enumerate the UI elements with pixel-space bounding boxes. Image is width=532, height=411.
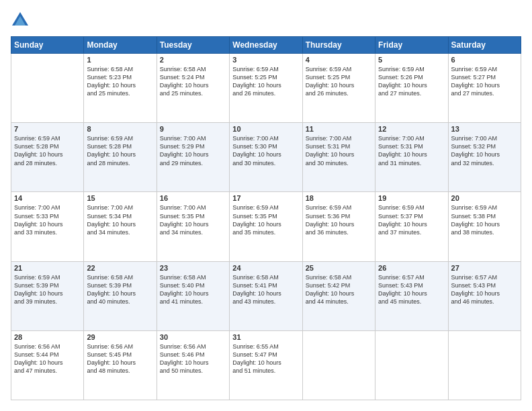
cell-info: Sunrise: 6:59 AM Sunset: 5:25 PM Dayligh… bbox=[306, 65, 372, 98]
cell-info: Sunrise: 7:00 AM Sunset: 5:31 PM Dayligh… bbox=[306, 134, 372, 167]
day-number: 26 bbox=[378, 264, 445, 272]
calendar-cell: 9Sunrise: 7:00 AM Sunset: 5:29 PM Daylig… bbox=[157, 123, 229, 192]
cell-info: Sunrise: 7:00 AM Sunset: 5:29 PM Dayligh… bbox=[160, 134, 226, 167]
cell-info: Sunrise: 6:58 AM Sunset: 5:41 PM Dayligh… bbox=[232, 273, 299, 306]
day-number: 19 bbox=[378, 194, 445, 202]
calendar-header-row: SundayMondayTuesdayWednesdayThursdayFrid… bbox=[11, 37, 521, 54]
col-header-friday: Friday bbox=[375, 37, 448, 54]
calendar-cell bbox=[11, 54, 84, 123]
day-number: 9 bbox=[160, 125, 226, 133]
day-number: 20 bbox=[451, 194, 518, 202]
cell-info: Sunrise: 6:56 AM Sunset: 5:44 PM Dayligh… bbox=[14, 342, 81, 375]
cell-info: Sunrise: 6:59 AM Sunset: 5:39 PM Dayligh… bbox=[14, 273, 81, 306]
day-number: 7 bbox=[14, 125, 81, 133]
day-number: 15 bbox=[87, 194, 153, 202]
cell-info: Sunrise: 6:59 AM Sunset: 5:38 PM Dayligh… bbox=[451, 203, 518, 236]
calendar-cell bbox=[302, 330, 375, 400]
calendar-cell: 27Sunrise: 6:57 AM Sunset: 5:43 PM Dayli… bbox=[448, 261, 521, 330]
cell-info: Sunrise: 6:59 AM Sunset: 5:36 PM Dayligh… bbox=[306, 203, 372, 236]
day-number: 11 bbox=[306, 125, 372, 133]
calendar-cell: 15Sunrise: 7:00 AM Sunset: 5:34 PM Dayli… bbox=[84, 192, 157, 261]
calendar-week-1: 1Sunrise: 6:58 AM Sunset: 5:23 PM Daylig… bbox=[11, 54, 521, 123]
day-number: 2 bbox=[160, 56, 226, 64]
cell-info: Sunrise: 6:56 AM Sunset: 5:45 PM Dayligh… bbox=[87, 342, 153, 375]
calendar-cell: 30Sunrise: 6:56 AM Sunset: 5:46 PM Dayli… bbox=[157, 330, 229, 400]
cell-info: Sunrise: 6:59 AM Sunset: 5:28 PM Dayligh… bbox=[87, 134, 153, 167]
calendar-cell: 25Sunrise: 6:58 AM Sunset: 5:42 PM Dayli… bbox=[302, 261, 375, 330]
calendar-cell: 29Sunrise: 6:56 AM Sunset: 5:45 PM Dayli… bbox=[84, 330, 157, 400]
day-number: 6 bbox=[451, 56, 518, 64]
day-number: 27 bbox=[451, 264, 518, 272]
calendar-cell: 1Sunrise: 6:58 AM Sunset: 5:23 PM Daylig… bbox=[84, 54, 157, 123]
page: SundayMondayTuesdayWednesdayThursdayFrid… bbox=[0, 0, 532, 411]
day-number: 8 bbox=[87, 125, 153, 133]
calendar-cell: 23Sunrise: 6:58 AM Sunset: 5:40 PM Dayli… bbox=[157, 261, 229, 330]
day-number: 24 bbox=[232, 264, 299, 272]
col-header-sunday: Sunday bbox=[11, 37, 84, 54]
cell-info: Sunrise: 6:55 AM Sunset: 5:47 PM Dayligh… bbox=[232, 342, 299, 375]
calendar-cell: 21Sunrise: 6:59 AM Sunset: 5:39 PM Dayli… bbox=[11, 261, 84, 330]
calendar-cell: 10Sunrise: 7:00 AM Sunset: 5:30 PM Dayli… bbox=[230, 123, 302, 192]
day-number: 21 bbox=[14, 264, 81, 272]
calendar-cell: 14Sunrise: 7:00 AM Sunset: 5:33 PM Dayli… bbox=[11, 192, 84, 261]
cell-info: Sunrise: 6:58 AM Sunset: 5:23 PM Dayligh… bbox=[87, 65, 153, 98]
calendar-cell: 26Sunrise: 6:57 AM Sunset: 5:43 PM Dayli… bbox=[375, 261, 448, 330]
day-number: 23 bbox=[160, 264, 226, 272]
day-number: 17 bbox=[232, 194, 299, 202]
day-number: 5 bbox=[378, 56, 445, 64]
calendar-cell: 17Sunrise: 6:59 AM Sunset: 5:35 PM Dayli… bbox=[230, 192, 302, 261]
calendar-cell: 12Sunrise: 7:00 AM Sunset: 5:31 PM Dayli… bbox=[375, 123, 448, 192]
calendar-cell: 19Sunrise: 6:59 AM Sunset: 5:37 PM Dayli… bbox=[375, 192, 448, 261]
cell-info: Sunrise: 6:58 AM Sunset: 5:40 PM Dayligh… bbox=[160, 273, 226, 306]
day-number: 25 bbox=[306, 264, 372, 272]
cell-info: Sunrise: 6:58 AM Sunset: 5:42 PM Dayligh… bbox=[306, 273, 372, 306]
col-header-tuesday: Tuesday bbox=[157, 37, 229, 54]
day-number: 16 bbox=[160, 194, 226, 202]
day-number: 29 bbox=[87, 333, 153, 341]
day-number: 18 bbox=[306, 194, 372, 202]
day-number: 13 bbox=[451, 125, 518, 133]
calendar-cell: 28Sunrise: 6:56 AM Sunset: 5:44 PM Dayli… bbox=[11, 330, 84, 400]
col-header-thursday: Thursday bbox=[302, 37, 375, 54]
calendar-week-5: 28Sunrise: 6:56 AM Sunset: 5:44 PM Dayli… bbox=[11, 330, 521, 400]
day-number: 31 bbox=[232, 333, 299, 341]
day-number: 14 bbox=[14, 194, 81, 202]
logo-icon bbox=[11, 11, 30, 30]
cell-info: Sunrise: 7:00 AM Sunset: 5:34 PM Dayligh… bbox=[87, 203, 153, 236]
day-number: 30 bbox=[160, 333, 226, 341]
cell-info: Sunrise: 6:59 AM Sunset: 5:28 PM Dayligh… bbox=[14, 134, 81, 167]
cell-info: Sunrise: 7:00 AM Sunset: 5:30 PM Dayligh… bbox=[232, 134, 299, 167]
calendar-cell bbox=[448, 330, 521, 400]
col-header-saturday: Saturday bbox=[448, 37, 521, 54]
col-header-monday: Monday bbox=[84, 37, 157, 54]
calendar-cell: 16Sunrise: 7:00 AM Sunset: 5:35 PM Dayli… bbox=[157, 192, 229, 261]
cell-info: Sunrise: 7:00 AM Sunset: 5:35 PM Dayligh… bbox=[160, 203, 226, 236]
calendar-cell: 8Sunrise: 6:59 AM Sunset: 5:28 PM Daylig… bbox=[84, 123, 157, 192]
calendar-cell: 3Sunrise: 6:59 AM Sunset: 5:25 PM Daylig… bbox=[230, 54, 302, 123]
day-number: 12 bbox=[378, 125, 445, 133]
cell-info: Sunrise: 6:59 AM Sunset: 5:35 PM Dayligh… bbox=[232, 203, 299, 236]
day-number: 3 bbox=[232, 56, 299, 64]
calendar-cell: 2Sunrise: 6:58 AM Sunset: 5:24 PM Daylig… bbox=[157, 54, 229, 123]
calendar-cell bbox=[375, 330, 448, 400]
cell-info: Sunrise: 6:59 AM Sunset: 5:37 PM Dayligh… bbox=[378, 203, 445, 236]
calendar-cell: 11Sunrise: 7:00 AM Sunset: 5:31 PM Dayli… bbox=[302, 123, 375, 192]
logo bbox=[11, 11, 32, 30]
cell-info: Sunrise: 7:00 AM Sunset: 5:31 PM Dayligh… bbox=[378, 134, 445, 167]
day-number: 10 bbox=[232, 125, 299, 133]
cell-info: Sunrise: 6:58 AM Sunset: 5:24 PM Dayligh… bbox=[160, 65, 226, 98]
calendar-cell: 20Sunrise: 6:59 AM Sunset: 5:38 PM Dayli… bbox=[448, 192, 521, 261]
calendar-cell: 24Sunrise: 6:58 AM Sunset: 5:41 PM Dayli… bbox=[230, 261, 302, 330]
calendar-cell: 31Sunrise: 6:55 AM Sunset: 5:47 PM Dayli… bbox=[230, 330, 302, 400]
calendar-cell: 5Sunrise: 6:59 AM Sunset: 5:26 PM Daylig… bbox=[375, 54, 448, 123]
calendar-week-2: 7Sunrise: 6:59 AM Sunset: 5:28 PM Daylig… bbox=[11, 123, 521, 192]
cell-info: Sunrise: 6:56 AM Sunset: 5:46 PM Dayligh… bbox=[160, 342, 226, 375]
cell-info: Sunrise: 6:59 AM Sunset: 5:26 PM Dayligh… bbox=[378, 65, 445, 98]
header bbox=[11, 11, 521, 30]
day-number: 1 bbox=[87, 56, 153, 64]
calendar-cell: 4Sunrise: 6:59 AM Sunset: 5:25 PM Daylig… bbox=[302, 54, 375, 123]
calendar-cell: 18Sunrise: 6:59 AM Sunset: 5:36 PM Dayli… bbox=[302, 192, 375, 261]
day-number: 28 bbox=[14, 333, 81, 341]
calendar-week-4: 21Sunrise: 6:59 AM Sunset: 5:39 PM Dayli… bbox=[11, 261, 521, 330]
cell-info: Sunrise: 7:00 AM Sunset: 5:32 PM Dayligh… bbox=[451, 134, 518, 167]
